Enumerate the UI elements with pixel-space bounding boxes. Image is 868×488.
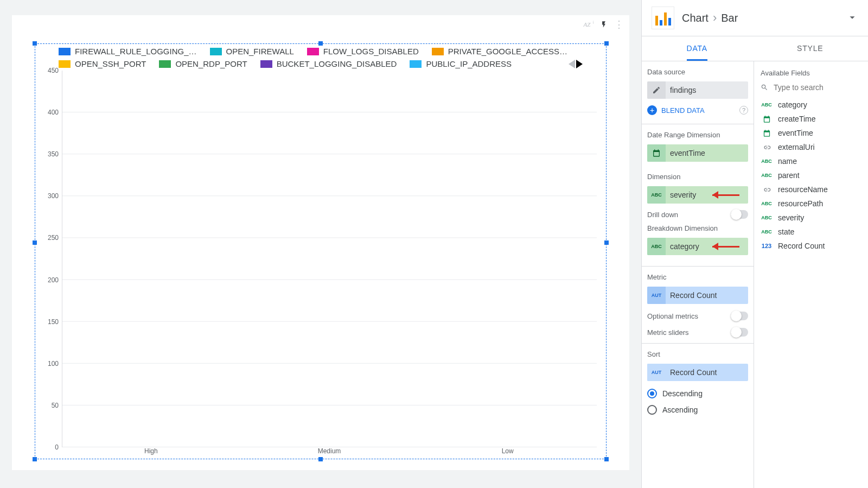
field-row[interactable]: ABCcategory [761,98,861,112]
resize-handle[interactable] [318,457,323,461]
data-source-label: Data source [647,68,748,76]
date-range-chip[interactable]: eventTime [647,144,748,162]
field-row[interactable]: ABCname [761,154,861,168]
available-fields-title: Available Fields [761,69,861,77]
resize-handle[interactable] [604,457,609,461]
field-name: eventTime [778,129,813,137]
triangle-right-icon [576,60,583,68]
breakdown-chip[interactable]: ABC category [647,238,748,255]
legend-item[interactable]: PUBLIC_IP_ADDRESS [410,59,512,68]
breadcrumb[interactable]: Chart › Bar [682,11,839,25]
metric-value: Record Count [666,291,748,300]
field-row[interactable]: ABCseverity [761,211,861,225]
breadcrumb-root: Chart [682,12,709,24]
field-row[interactable]: externalUri [761,140,861,154]
plot-area: 050100150200250300350400450 [44,71,597,447]
sort-label: Sort [647,350,748,358]
chevron-down-icon[interactable] [846,11,858,25]
x-tick: Low [418,447,597,455]
pencil-icon [647,81,666,99]
link-icon [761,186,773,194]
metric-sliders-toggle[interactable] [731,328,748,337]
breadcrumb-leaf: Bar [721,12,738,24]
legend-item[interactable]: OPEN_FIREWALL [210,47,294,56]
y-tick: 0 [55,443,59,451]
bolt-icon[interactable] [599,20,609,29]
tab-data[interactable]: DATA [687,36,707,61]
legend-label: FLOW_LOGS_DISABLED [323,47,419,56]
abc-icon: ABC [761,215,773,220]
legend-label: OPEN_SSH_PORT [75,59,146,68]
calendar-icon [761,129,773,137]
abc-icon: ABC [761,173,773,178]
field-search[interactable] [761,83,861,92]
plus-icon: + [647,105,657,115]
abc-icon: ABC [647,186,666,204]
y-tick: 400 [48,109,59,116]
dimension-chip[interactable]: ABC severity [647,186,748,204]
sort-ascending[interactable]: Ascending [647,402,748,418]
resize-handle[interactable] [33,240,37,245]
resize-handle[interactable] [604,240,609,245]
field-row[interactable]: createTime [761,112,861,126]
drill-down-row: Drill down [647,210,748,219]
aut-icon: AUT [647,287,666,304]
date-range-value: eventTime [666,149,748,157]
x-tick: Medium [240,447,419,455]
help-icon[interactable]: ? [739,106,748,115]
optional-metrics-toggle[interactable] [731,312,748,320]
chart-card[interactable]: AZ ⋮ FIREWALL_RULE_LOGGING_…OPEN_FIREWAL… [12,15,629,470]
sort-descending[interactable]: Descending [647,385,748,402]
abc-icon: ABC [761,229,773,235]
field-search-input[interactable] [773,83,861,92]
breakdown-value: category [666,242,748,251]
field-name: resourcePath [778,199,823,208]
resize-handle[interactable] [33,457,37,461]
legend-item[interactable]: OPEN_RDP_PORT [159,59,247,68]
resize-handle[interactable] [604,41,609,46]
legend-item[interactable]: OPEN_SSH_PORT [59,59,146,68]
aut-icon: AUT [647,364,666,381]
sort-chip[interactable]: AUT Record Count [647,364,748,381]
plot-grid [62,71,597,447]
calendar-icon [761,115,773,123]
field-name: resourceName [778,185,828,194]
blend-data-button[interactable]: + BLEND DATA ? [647,103,748,117]
legend-swatch [210,48,222,55]
legend-swatch [432,48,444,55]
field-name: Record Count [778,242,825,250]
field-row[interactable]: 123Record Count [761,239,861,253]
x-tick: High [62,447,240,455]
legend-item[interactable]: FIREWALL_RULE_LOGGING_… [59,47,197,56]
section-metric: Metric AUT Record Count Optional metrics… [642,267,754,344]
resize-handle[interactable] [318,41,323,46]
field-row[interactable]: ABCparent [761,168,861,182]
legend-label: OPEN_RDP_PORT [175,59,247,68]
metric-chip[interactable]: AUT Record Count [647,287,748,304]
resize-handle[interactable] [33,41,37,46]
field-name: severity [778,213,804,222]
field-row[interactable]: eventTime [761,126,861,140]
sort-icon[interactable]: AZ [584,20,593,29]
legend-item[interactable]: PRIVATE_GOOGLE_ACCESS… [432,47,567,56]
drill-down-toggle[interactable] [731,210,748,219]
tab-style[interactable]: STYLE [797,36,823,61]
legend-swatch [159,60,171,68]
field-name: state [778,227,794,236]
panel-header: Chart › Bar [642,0,868,36]
legend-label: OPEN_FIREWALL [226,47,294,56]
config-column: Data source findings + BLEND DATA ? Date… [642,61,754,488]
legend-pager[interactable] [569,59,583,68]
triangle-left-icon [569,60,575,68]
radio-icon [647,389,657,398]
field-row[interactable]: ABCstate [761,225,861,239]
date-range-label: Date Range Dimension [647,131,748,139]
field-row[interactable]: ABCresourcePath [761,197,861,211]
legend-item[interactable]: BUCKET_LOGGING_DISABLED [260,59,397,68]
data-source-chip[interactable]: findings [647,81,748,99]
field-row[interactable]: resourceName [761,182,861,197]
more-icon[interactable]: ⋮ [614,20,624,29]
legend-item[interactable]: FLOW_LOGS_DISABLED [307,47,419,56]
chart-type-icon[interactable] [652,7,674,29]
legend-swatch [59,60,71,68]
